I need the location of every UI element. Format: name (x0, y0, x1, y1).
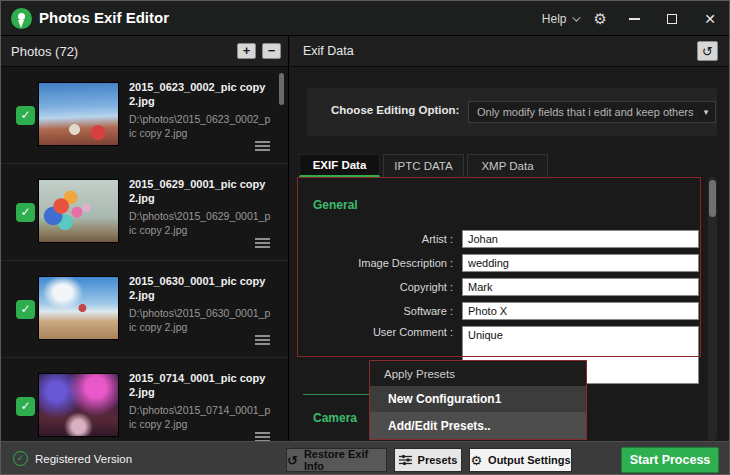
software-field[interactable] (462, 302, 699, 320)
output-settings-button[interactable]: ⚙ Output Settings (469, 448, 572, 472)
photo-list-item[interactable]: ✓ 2015_0629_0001_pic copy 2.jpg D:\photo… (1, 164, 288, 261)
photo-filename: 2015_0630_0001_pic copy 2.jpg (129, 274, 271, 303)
photo-thumbnail (38, 179, 119, 243)
statusbar: ✓ Registered Version ↺ Restore Exif Info… (1, 441, 729, 475)
item-menu-icon[interactable] (255, 432, 270, 441)
presets-menu-header: Apply Presets (370, 361, 586, 386)
sidebar-scrollbar[interactable] (279, 69, 284, 439)
data-tabs: EXIF Data IPTC DATA XMP Data (299, 154, 548, 177)
tab-iptc-data[interactable]: IPTC DATA (383, 154, 464, 177)
photo-list: ✓ 2015_0623_0002_pic copy 2.jpg D:\photo… (1, 67, 288, 441)
exif-data-header: Exif Data ↺ (290, 36, 730, 67)
app-window: Photos Exif Editor Help ⚙ ✕ Photos (72) … (0, 0, 730, 475)
section-divider (303, 394, 373, 395)
maximize-button[interactable] (661, 8, 683, 30)
item-menu-icon[interactable] (255, 141, 270, 151)
restore-exif-info-button[interactable]: ↺ Restore Exif Info (286, 448, 387, 472)
maximize-icon (667, 14, 677, 24)
image-description-field[interactable] (462, 254, 699, 272)
tab-xmp-data[interactable]: XMP Data (467, 154, 548, 177)
presets-button[interactable]: Presets (394, 448, 462, 472)
copyright-label: Copyright : (302, 281, 462, 293)
close-button[interactable]: ✕ (699, 8, 721, 30)
gear-icon: ⚙ (470, 454, 482, 467)
help-menu[interactable]: Help (542, 12, 578, 26)
titlebar: Photos Exif Editor Help ⚙ ✕ (1, 1, 729, 36)
exif-data-title: Exif Data (303, 44, 354, 58)
exif-panel-scrollbar[interactable] (708, 177, 717, 441)
minimize-button[interactable] (623, 8, 645, 30)
artist-label: Artist : (302, 233, 462, 245)
presets-menu-item-new-configuration[interactable]: New Configuration1 (370, 386, 586, 412)
software-label: Software : (302, 305, 462, 317)
section-camera: Camera (313, 411, 357, 425)
minimize-icon (629, 18, 640, 20)
section-general: General (313, 198, 358, 212)
photos-count-label: Photos (72) (11, 44, 78, 59)
photo-checkbox[interactable]: ✓ (16, 397, 35, 416)
copyright-field[interactable] (462, 278, 699, 296)
photos-sidebar: Photos (72) + − ✓ 2015_0623_0002_pic cop… (1, 36, 289, 441)
photo-list-item[interactable]: ✓ 2015_0630_0001_pic copy 2.jpg D:\photo… (1, 261, 288, 358)
registered-check-icon: ✓ (13, 451, 28, 466)
app-logo-icon (11, 8, 32, 29)
photo-filename: 2015_0629_0001_pic copy 2.jpg (129, 177, 271, 206)
editing-option-value: Only modify fields that i edit and keep … (469, 106, 697, 118)
photo-checkbox[interactable]: ✓ (16, 106, 35, 125)
artist-field[interactable] (462, 230, 699, 248)
photo-thumbnail (38, 82, 119, 146)
restore-icon: ↺ (287, 454, 298, 467)
item-menu-icon[interactable] (255, 238, 270, 248)
refresh-icon[interactable]: ↺ (697, 41, 718, 61)
image-description-label: Image Description : (302, 257, 462, 269)
presets-popup-menu: Apply Presets New Configuration1 Add/Edi… (369, 360, 587, 440)
item-menu-icon[interactable] (255, 335, 270, 345)
caret-down-icon: ▾ (697, 107, 715, 117)
photo-list-item[interactable]: ✓ 2015_0623_0002_pic copy 2.jpg D:\photo… (1, 67, 288, 164)
registered-version: ✓ Registered Version (13, 451, 132, 466)
choose-editing-option-box: Choose Editing Option: Only modify field… (307, 88, 717, 136)
user-comment-label: User Comment : (302, 326, 462, 338)
photo-filename: 2015_0714_0001_pic copy 2.jpg (129, 371, 271, 400)
app-title: Photos Exif Editor (39, 9, 169, 26)
chevron-down-icon (572, 13, 580, 21)
photo-filepath: D:\photos\2015_0630_0001_pic copy 2.jpg (129, 306, 271, 334)
editing-option-dropdown[interactable]: Only modify fields that i edit and keep … (468, 101, 716, 123)
photo-thumbnail (38, 373, 119, 437)
tab-exif-data[interactable]: EXIF Data (299, 154, 380, 177)
photo-filepath: D:\photos\2015_0714_0001_pic copy 2.jpg (129, 403, 271, 431)
photo-checkbox[interactable]: ✓ (16, 203, 35, 222)
presets-menu-item-add-edit[interactable]: Add/Edit Presets.. (370, 412, 586, 439)
registered-version-label: Registered Version (35, 453, 132, 465)
photo-filepath: D:\photos\2015_0629_0001_pic copy 2.jpg (129, 209, 271, 237)
photo-list-item[interactable]: ✓ 2015_0714_0001_pic copy 2.jpg D:\photo… (1, 358, 288, 441)
settings-gear-icon[interactable]: ⚙ (594, 11, 607, 26)
remove-photos-button[interactable]: − (262, 43, 281, 59)
add-photos-button[interactable]: + (237, 43, 256, 59)
photos-header: Photos (72) + − (1, 36, 288, 67)
photo-filename: 2015_0623_0002_pic copy 2.jpg (129, 80, 271, 109)
start-process-button[interactable]: Start Process (621, 447, 719, 473)
photo-thumbnail (38, 276, 119, 340)
help-label: Help (542, 12, 567, 26)
choose-editing-option-label: Choose Editing Option: (331, 104, 459, 116)
photo-checkbox[interactable]: ✓ (16, 300, 35, 319)
photo-filepath: D:\photos\2015_0623_0002_pic copy 2.jpg (129, 112, 271, 140)
sliders-icon (399, 454, 412, 466)
